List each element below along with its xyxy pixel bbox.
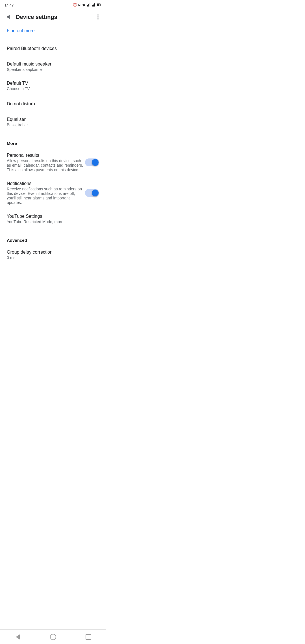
back-arrow-icon [6, 15, 10, 19]
personal-results-subtitle: Allow personal results on this device, s… [7, 158, 85, 172]
youtube-settings-title: YouTube Settings [7, 214, 99, 219]
svg-point-0 [84, 6, 84, 6]
equaliser-title: Equaliser [7, 117, 99, 122]
status-time: 14:47 [5, 3, 14, 7]
do-not-disturb-title: Do not disturb [7, 101, 99, 106]
personal-results-content: Personal results Allow personal results … [7, 153, 85, 172]
equaliser-content: Equaliser Bass, treble [7, 117, 99, 127]
scroll-content: Find out more Paired Bluetooth devices D… [0, 25, 106, 281]
toggle-thumb [92, 190, 99, 196]
wifi-icon [82, 3, 86, 7]
svg-rect-1 [87, 5, 88, 6]
paired-bluetooth-item[interactable]: Paired Bluetooth devices [0, 40, 106, 57]
svg-rect-5 [93, 5, 94, 6]
section-divider-1 [0, 134, 106, 134]
group-delay-correction-item[interactable]: Group delay correction 0 ms [0, 245, 106, 264]
notifications-toggle[interactable] [85, 189, 99, 197]
svg-rect-9 [97, 4, 99, 6]
paired-bluetooth-title: Paired Bluetooth devices [7, 46, 99, 51]
youtube-settings-subtitle: YouTube Restricted Mode, more [7, 219, 99, 224]
default-tv-item[interactable]: Default TV Choose a TV [0, 76, 106, 95]
page-title: Device settings [14, 14, 92, 20]
notifications-title: Notifications [7, 181, 85, 186]
paired-bluetooth-content: Paired Bluetooth devices [7, 46, 99, 51]
do-not-disturb-item[interactable]: Do not disturb [0, 95, 106, 112]
battery-icon [97, 3, 101, 7]
group-delay-correction-title: Group delay correction [7, 250, 99, 255]
more-section-header: More [0, 136, 106, 148]
section-divider-2 [0, 231, 106, 231]
alarm-icon: ⏰ [73, 3, 77, 7]
personal-results-toggle[interactable] [85, 158, 99, 166]
svg-rect-8 [101, 4, 101, 5]
more-dot-icon [97, 16, 99, 18]
nfc-icon: N [78, 3, 80, 7]
personal-results-title: Personal results [7, 153, 85, 158]
svg-rect-3 [90, 3, 90, 6]
notifications-item[interactable]: Notifications Receive notifications such… [0, 177, 106, 209]
more-options-button[interactable] [92, 11, 104, 23]
group-delay-correction-subtitle: 0 ms [7, 255, 99, 260]
default-music-speaker-content: Default music speaker Speaker slaapkamer [7, 62, 99, 72]
default-music-speaker-subtitle: Speaker slaapkamer [7, 67, 99, 72]
find-out-more-section: Find out more [0, 25, 106, 40]
personal-results-item[interactable]: Personal results Allow personal results … [0, 148, 106, 177]
equaliser-subtitle: Bass, treble [7, 123, 99, 127]
more-section-title: More [7, 141, 17, 146]
status-icons: ⏰ N [73, 3, 101, 7]
equaliser-item[interactable]: Equaliser Bass, treble [0, 112, 106, 132]
default-tv-title: Default TV [7, 81, 99, 86]
toggle-track [85, 189, 99, 197]
svg-rect-4 [92, 5, 93, 6]
back-button[interactable] [2, 11, 14, 23]
signal-1-icon [87, 3, 91, 7]
signal-2-icon [92, 3, 96, 7]
default-music-speaker-title: Default music speaker [7, 62, 99, 67]
more-dot-icon [97, 14, 99, 16]
svg-rect-2 [88, 4, 89, 6]
youtube-settings-content: YouTube Settings YouTube Restricted Mode… [7, 214, 99, 224]
svg-rect-6 [94, 3, 95, 6]
group-delay-correction-content: Group delay correction 0 ms [7, 250, 99, 260]
default-tv-content: Default TV Choose a TV [7, 81, 99, 91]
notifications-content: Notifications Receive notifications such… [7, 181, 85, 205]
toggle-track [85, 158, 99, 166]
default-tv-subtitle: Choose a TV [7, 86, 99, 91]
top-bar: Device settings [0, 9, 106, 25]
more-dot-icon [97, 18, 99, 19]
advanced-settings-list: Group delay correction 0 ms [0, 245, 106, 264]
toggle-thumb [92, 159, 99, 166]
do-not-disturb-content: Do not disturb [7, 101, 99, 106]
notifications-subtitle: Receive notifications such as reminders … [7, 187, 85, 205]
settings-list: Paired Bluetooth devices Default music s… [0, 40, 106, 132]
more-settings-list: Personal results Allow personal results … [0, 148, 106, 229]
youtube-settings-item[interactable]: YouTube Settings YouTube Restricted Mode… [0, 209, 106, 229]
advanced-section-header: Advanced [0, 233, 106, 245]
default-music-speaker-item[interactable]: Default music speaker Speaker slaapkamer [0, 57, 106, 76]
status-bar: 14:47 ⏰ N [0, 0, 106, 9]
find-out-more-link[interactable]: Find out more [7, 28, 35, 33]
advanced-section-title: Advanced [7, 238, 27, 243]
